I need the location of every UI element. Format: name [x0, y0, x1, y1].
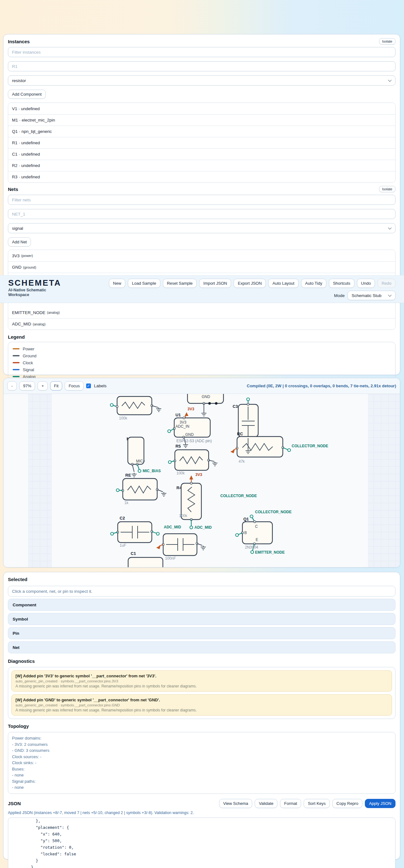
instance-name-input[interactable]: R1: [8, 61, 396, 71]
zoom-in-button[interactable]: +: [37, 381, 48, 391]
component-c2[interactable]: C2 1uF: [111, 516, 159, 548]
list-item[interactable]: R1 · undefined: [8, 137, 395, 148]
component-r5[interactable]: R5 100k: [168, 444, 218, 475]
component-c3[interactable]: C3: [232, 398, 258, 437]
copy-repro-button[interactable]: Copy Repro: [332, 799, 362, 808]
component-q1[interactable]: COLLECTOR_NODE Q1 C B E EMITTER_NODE 2N3…: [236, 510, 292, 555]
focus-button[interactable]: Focus: [65, 381, 83, 391]
svg-text:100k: 100k: [119, 416, 127, 421]
svg-text:ADC_IN: ADC_IN: [176, 424, 189, 429]
component-gnd-connector[interactable]: GND: [187, 394, 223, 416]
shortcuts-button[interactable]: Shortcuts: [329, 279, 354, 288]
nets-isolate-button[interactable]: Isolate: [379, 186, 396, 192]
diagnostics-title: Diagnostics: [8, 658, 396, 664]
warning-title: [W] Added pin '3V3' to generic symbol '_…: [15, 674, 388, 678]
legend-row: Power: [12, 345, 391, 352]
mode-select[interactable]: Schematic Stub: [347, 291, 396, 300]
net-kind: (analog): [47, 311, 60, 314]
svg-text:100nF: 100nF: [165, 556, 176, 561]
svg-text:3V3: 3V3: [187, 407, 194, 411]
schematic-canvas[interactable]: 100k GND 3V3 U1 3V3 ADC_IN GND: [3, 394, 400, 567]
svg-text:Q1: Q1: [243, 517, 249, 521]
component-resistor-topleft[interactable]: 100k: [111, 397, 162, 421]
new-button[interactable]: New: [109, 279, 125, 288]
component-re[interactable]: RE 1k: [117, 473, 167, 505]
chevron-down-icon: [388, 293, 392, 297]
json-editor[interactable]: }, "placement": { "x": 640, "y": 500, "r…: [8, 817, 396, 868]
json-code: }, "placement": { "x": 640, "y": 500, "r…: [22, 817, 392, 868]
svg-text:R5: R5: [176, 444, 181, 448]
legend-row: Ground: [12, 352, 391, 359]
legend-label: Clock: [23, 361, 33, 365]
zoom-out-button[interactable]: -: [7, 381, 17, 391]
list-item[interactable]: Q1 · npn_bjt_generic: [8, 126, 395, 137]
section-pin[interactable]: Pin: [8, 627, 396, 639]
import-json-button[interactable]: Import JSON: [199, 279, 231, 288]
load-sample-button[interactable]: Load Sample: [128, 279, 160, 288]
add-net-button[interactable]: Add Net: [8, 237, 31, 247]
section-net[interactable]: Net: [8, 641, 396, 653]
filter-nets-input[interactable]: Filter nets: [8, 195, 396, 205]
apply-json-button[interactable]: Apply JSON: [365, 799, 396, 808]
inspector-panel: Selected Click a component, net, or pin …: [3, 572, 400, 860]
net-name: 3V3: [12, 253, 20, 258]
section-symbol[interactable]: Symbol: [8, 613, 396, 625]
filter-instances-input[interactable]: Filter instances: [8, 47, 396, 57]
analog-swatch: [12, 376, 20, 377]
component-rc[interactable]: RC COLLECTOR_NODE 47k: [230, 432, 328, 464]
undo-button[interactable]: Undo: [357, 279, 375, 288]
warning-title: [W] Added pin 'GND' to generic symbol '_…: [15, 698, 388, 702]
component-c4[interactable]: ADC_MID 100nF: [156, 525, 206, 561]
list-item[interactable]: EMITTER_NODE (analog): [8, 307, 395, 318]
legend: Power Ground Clock Signal Analog: [8, 342, 396, 383]
sort-keys-button[interactable]: Sort Keys: [304, 799, 330, 808]
svg-text:COLLECTOR_NODE: COLLECTOR_NODE: [255, 510, 292, 514]
list-item[interactable]: R3 · undefined: [8, 171, 395, 182]
validate-button[interactable]: Validate: [255, 799, 277, 808]
section-component[interactable]: Component: [8, 599, 396, 611]
list-item[interactable]: M1 · electret_mic_2pin: [8, 114, 395, 126]
svg-text:B: B: [244, 531, 247, 535]
svg-text:GND: GND: [202, 395, 210, 399]
component-c1[interactable]: C1: [128, 551, 163, 567]
svg-text:C3: C3: [232, 404, 238, 409]
zoom-level[interactable]: 97%: [19, 381, 35, 391]
labels-checkbox[interactable]: ✓: [86, 383, 91, 388]
mode-select-value: Schematic Stub: [352, 293, 381, 298]
svg-text:100k: 100k: [179, 514, 187, 518]
fit-button[interactable]: Fit: [50, 381, 62, 391]
list-item[interactable]: GND (ground): [8, 261, 395, 273]
redo-button[interactable]: Redo: [377, 279, 396, 288]
net-kind-select[interactable]: signal: [8, 223, 396, 233]
export-json-button[interactable]: Export JSON: [234, 279, 266, 288]
selected-title: Selected: [8, 577, 396, 582]
auto-layout-button[interactable]: Auto Layout: [268, 279, 298, 288]
list-item[interactable]: V1 · undefined: [8, 103, 395, 114]
list-item[interactable]: C1 · undefined: [8, 148, 395, 160]
auto-tidy-button[interactable]: Auto Tidy: [301, 279, 327, 288]
legend-label: Signal: [23, 367, 34, 372]
svg-text:C: C: [255, 524, 258, 529]
topology-line: Buses:: [12, 766, 392, 772]
instances-isolate-button[interactable]: Isolate: [379, 38, 396, 44]
json-toolbar: View Schema Validate Format Sort Keys Co…: [219, 799, 396, 808]
svg-text:MIC_BIAS: MIC_BIAS: [143, 469, 161, 473]
list-item[interactable]: R2 · undefined: [8, 160, 395, 171]
list-item[interactable]: ADC_MID (analog): [8, 318, 395, 330]
add-component-button[interactable]: Add Component: [8, 90, 46, 99]
component-r4[interactable]: 3V3 R4 ADC_MID 100k: [177, 472, 212, 530]
component-m1[interactable]: M1 MIC+ MIC_BIAS: [127, 436, 161, 473]
svg-text:COLLECTOR_NODE: COLLECTOR_NODE: [292, 444, 328, 448]
json-status: Applied JSON (instances +8/-7, moved 7 |…: [8, 811, 396, 815]
part-select[interactable]: resistor: [8, 75, 396, 86]
list-item[interactable]: 3V3 (power): [8, 250, 395, 261]
reset-sample-button[interactable]: Reset Sample: [163, 279, 197, 288]
view-schema-button[interactable]: View Schema: [219, 799, 252, 808]
format-button[interactable]: Format: [280, 799, 301, 808]
warning-code: auto_generic_pin_created · symbols.__par…: [15, 703, 388, 707]
ground-swatch: [12, 355, 20, 356]
topology-line: - GND: 3 consumers: [12, 747, 392, 754]
signal-swatch: [12, 369, 20, 370]
selected-hint: Click a component, net, or pin to inspec…: [8, 586, 396, 596]
net-name-input[interactable]: NET_1: [8, 209, 396, 219]
